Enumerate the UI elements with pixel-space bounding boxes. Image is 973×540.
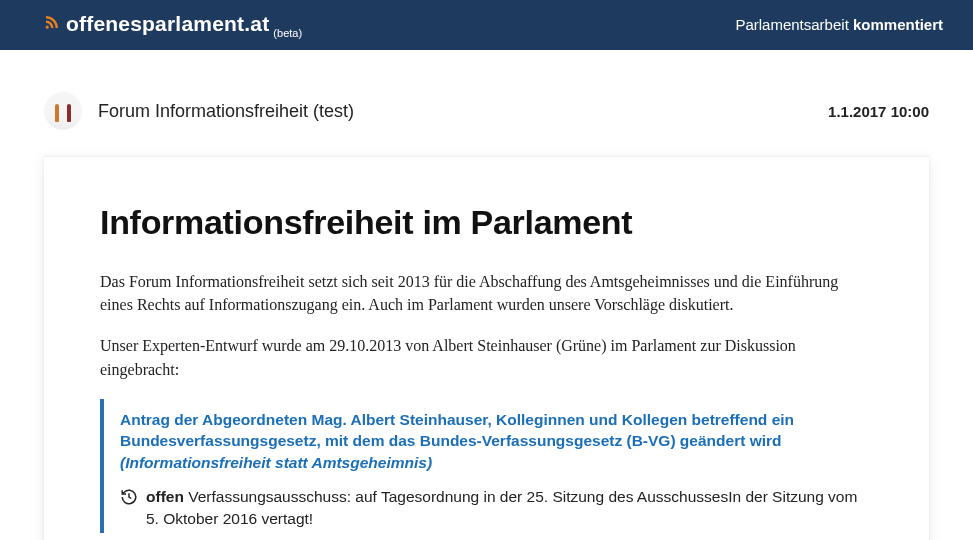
callout-status: offen Verfassungsausschuss: auf Tagesord… bbox=[120, 486, 873, 529]
brand-name: offenesparlament.at bbox=[66, 12, 269, 36]
timestamp: 1.1.2017 10:00 bbox=[828, 103, 929, 120]
brand-beta: (beta) bbox=[273, 27, 302, 39]
history-icon bbox=[120, 488, 138, 506]
site-header: offenesparlament.at (beta) Parlamentsarb… bbox=[0, 0, 973, 50]
status-body: Verfassungsausschuss: auf Tagesordnung i… bbox=[146, 488, 857, 527]
tagline: Parlamentsarbeit kommentiert bbox=[735, 16, 943, 33]
article-paragraph-2: Unser Experten-Entwurf wurde am 29.10.20… bbox=[100, 334, 873, 380]
post-meta: Forum Informationsfreiheit (test) 1.1.20… bbox=[0, 50, 973, 156]
rss-icon bbox=[44, 14, 60, 35]
callout-box: Antrag der Abgeordneten Mag. Albert Stei… bbox=[100, 399, 873, 533]
article-title: Informationsfreiheit im Parlament bbox=[100, 203, 873, 242]
callout-status-text: offen Verfassungsausschuss: auf Tagesord… bbox=[146, 486, 873, 529]
avatar[interactable] bbox=[44, 92, 82, 130]
callout-link-suffix: (Informationsfreiheit statt Amtsgeheimni… bbox=[120, 454, 432, 471]
callout-link-main: Antrag der Abgeordneten Mag. Albert Stei… bbox=[120, 411, 794, 450]
brand[interactable]: offenesparlament.at (beta) bbox=[44, 12, 304, 36]
tagline-bold: kommentiert bbox=[853, 16, 943, 33]
callout-link[interactable]: Antrag der Abgeordneten Mag. Albert Stei… bbox=[120, 409, 873, 474]
status-label: offen bbox=[146, 488, 184, 505]
article-card: Informationsfreiheit im Parlament Das Fo… bbox=[44, 156, 929, 540]
author-name[interactable]: Forum Informationsfreiheit (test) bbox=[98, 101, 354, 122]
article-paragraph-1: Das Forum Informationsfreiheit setzt sic… bbox=[100, 270, 873, 316]
tagline-prefix: Parlamentsarbeit bbox=[735, 16, 853, 33]
